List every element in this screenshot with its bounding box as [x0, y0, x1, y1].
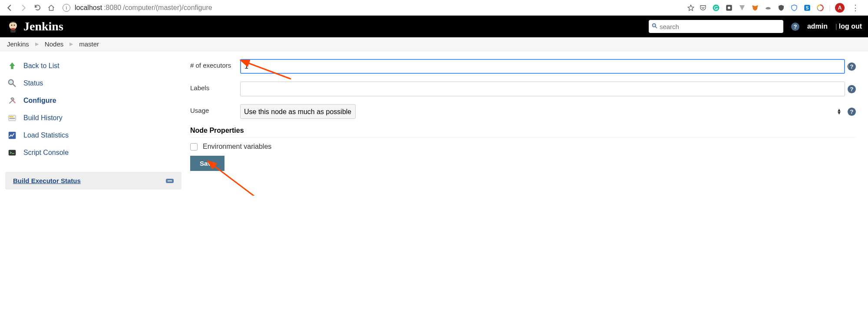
executors-label: # of executors	[190, 59, 240, 69]
executor-status-label[interactable]: Build Executor Status	[13, 177, 81, 184]
sidebar-item-label: Status	[23, 79, 43, 87]
svg-rect-16	[9, 132, 16, 139]
help-icon[interactable]: ?	[848, 85, 856, 93]
tools-icon	[7, 95, 17, 106]
sidebar-item-label: Script Console	[23, 149, 69, 157]
url-host: localhost	[75, 4, 102, 12]
back-button[interactable]	[3, 2, 16, 14]
env-vars-label: Environment variables	[203, 143, 271, 151]
logout-link[interactable]: log out	[839, 23, 862, 30]
svg-point-0	[713, 4, 719, 11]
sidebar-item-label: Back to List	[23, 62, 59, 70]
user-link[interactable]: admin	[807, 23, 828, 30]
reload-button[interactable]	[31, 2, 43, 14]
svg-rect-15	[10, 118, 15, 119]
skype-icon[interactable]: S	[803, 3, 812, 12]
history-icon	[7, 113, 17, 123]
svg-rect-17	[9, 150, 16, 156]
jenkins-logo-icon	[6, 20, 20, 33]
url-port: :8080	[104, 4, 121, 12]
terminal-icon	[7, 147, 17, 158]
sidebar-item-load-statistics[interactable]: Load Statistics	[5, 127, 182, 144]
labels-label: Labels	[190, 82, 240, 92]
search-input[interactable]	[660, 23, 781, 30]
svg-text:S: S	[806, 5, 809, 10]
jenkins-logo[interactable]: Jenkins	[6, 20, 63, 33]
sidebar-item-status[interactable]: Status	[5, 75, 182, 92]
node-properties-heading: Node Properties	[190, 127, 856, 138]
jenkins-title: Jenkins	[23, 20, 63, 33]
shield-icon[interactable]	[777, 3, 785, 12]
breadcrumb-item[interactable]: Nodes	[45, 40, 63, 48]
usage-label: Usage	[190, 104, 240, 114]
help-icon[interactable]: ?	[791, 23, 799, 31]
bookmark-star-icon[interactable]	[685, 2, 697, 14]
search-icon	[651, 23, 658, 30]
metamask-icon[interactable]	[751, 3, 759, 12]
browser-menu-button[interactable]: ⋮	[849, 3, 862, 13]
svg-point-10	[14, 25, 15, 26]
jenkins-header: Jenkins ? admin |log out	[0, 16, 868, 37]
sidebar-item-back[interactable]: Back to List	[5, 57, 182, 75]
svg-rect-14	[10, 116, 13, 117]
extension-icon-5[interactable]	[816, 3, 825, 12]
extension-icon-3[interactable]	[764, 3, 772, 12]
profile-avatar[interactable]: A	[835, 3, 845, 13]
usage-select[interactable]: Use this node as much as possible	[240, 104, 356, 119]
collapse-icon[interactable]	[166, 179, 174, 183]
sidebar-item-build-history[interactable]: Build History	[5, 109, 182, 127]
help-icon[interactable]: ?	[848, 62, 856, 71]
address-bar[interactable]: i localhost:8080/computer/(master)/confi…	[59, 4, 683, 12]
search-icon	[7, 78, 17, 88]
forward-button[interactable]	[17, 2, 30, 14]
main-content: # of executors ▲▼ ? Labels ? Usage Use t…	[187, 51, 868, 196]
sidebar-item-label: Configure	[23, 97, 56, 105]
sidebar-item-configure[interactable]: Configure	[5, 92, 182, 109]
extension-icon-1[interactable]	[725, 3, 733, 12]
env-vars-checkbox[interactable]	[190, 143, 198, 151]
svg-point-9	[11, 25, 13, 26]
jenkins-search[interactable]	[649, 20, 783, 33]
grammarly-icon[interactable]	[712, 3, 720, 12]
labels-input[interactable]	[240, 82, 845, 96]
help-icon[interactable]: ?	[848, 108, 856, 116]
svg-rect-18	[168, 180, 172, 181]
sidebar-item-script-console[interactable]: Script Console	[5, 144, 182, 161]
sidebar-item-label: Load Statistics	[23, 131, 69, 139]
browser-toolbar: i localhost:8080/computer/(master)/confi…	[0, 0, 868, 16]
site-info-icon[interactable]: i	[63, 4, 70, 12]
arrow-up-icon	[7, 61, 17, 71]
sidebar: Back to List Status Configure Build Hist…	[0, 51, 187, 196]
select-chevron-icon: ▲▼	[837, 108, 842, 115]
chevron-right-icon: ▶	[69, 41, 73, 47]
executors-input[interactable]	[240, 59, 845, 74]
pocket-icon[interactable]	[699, 3, 707, 12]
svg-rect-8	[11, 28, 15, 30]
breadcrumb: Jenkins ▶ Nodes ▶ master	[0, 37, 868, 51]
breadcrumb-item[interactable]: master	[79, 40, 99, 48]
svg-point-2	[728, 7, 730, 9]
sidebar-item-label: Build History	[23, 114, 63, 122]
breadcrumb-item[interactable]: Jenkins	[7, 40, 29, 48]
url-path: /computer/(master)/configure	[123, 4, 212, 12]
home-button[interactable]	[45, 2, 57, 14]
extension-icons: S | A ⋮	[699, 3, 865, 13]
save-button[interactable]: Save	[190, 156, 224, 171]
chevron-right-icon: ▶	[35, 41, 39, 47]
extension-icon-2[interactable]	[738, 3, 746, 12]
build-executor-status[interactable]: Build Executor Status	[5, 172, 182, 190]
extension-icon-4[interactable]	[790, 3, 799, 12]
stats-icon	[7, 130, 17, 141]
